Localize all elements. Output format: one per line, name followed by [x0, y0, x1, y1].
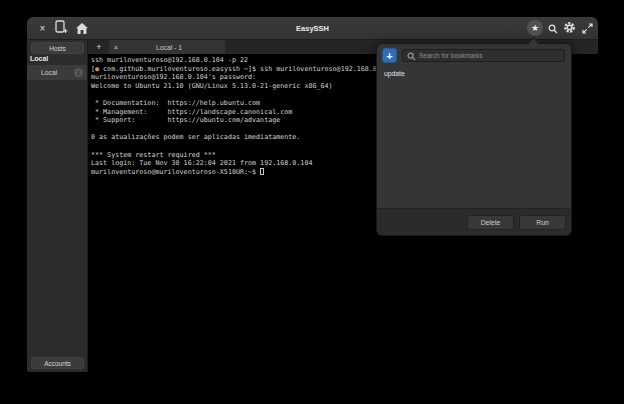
- bookmark-item[interactable]: update: [377, 67, 571, 81]
- settings-button[interactable]: [562, 21, 577, 36]
- screen-background: × EasySSH ★: [0, 0, 624, 404]
- add-bookmark-button[interactable]: +: [382, 48, 397, 63]
- window-title: EasySSH: [27, 17, 598, 40]
- bookmark-search-input[interactable]: [419, 52, 564, 59]
- bookmark-list: update: [377, 67, 571, 208]
- terminal-cursor: [260, 168, 264, 175]
- search-icon: [407, 47, 416, 65]
- fullscreen-button[interactable]: [580, 21, 595, 36]
- easyssh-window: × EasySSH ★: [27, 17, 598, 372]
- tab-label: Local - 1: [123, 44, 215, 51]
- header-bar: × EasySSH ★: [27, 17, 598, 40]
- bookmarks-star-icon: ★: [531, 23, 539, 33]
- bookmarks-button[interactable]: ★: [527, 20, 543, 36]
- search-icon: [548, 20, 558, 38]
- connection-count-badge: 1: [74, 68, 83, 77]
- bookmark-search-field: [402, 49, 565, 62]
- tab-local-1[interactable]: × Local - 1: [109, 40, 225, 54]
- bookmarks-popover: + update Delete Run: [376, 43, 572, 236]
- expand-icon: [582, 20, 593, 38]
- gear-icon: [563, 20, 576, 38]
- close-tab-icon[interactable]: ×: [109, 44, 123, 51]
- search-button[interactable]: [545, 21, 560, 36]
- host-item-label: Local: [41, 69, 57, 76]
- delete-bookmark-button[interactable]: Delete: [467, 215, 514, 230]
- host-group-label: Local: [30, 55, 48, 62]
- new-tab-button[interactable]: +: [93, 41, 105, 53]
- accounts-button[interactable]: Accounts: [31, 357, 84, 369]
- hosts-button[interactable]: Hosts: [31, 42, 84, 54]
- sidebar-item-local[interactable]: Local 1: [27, 65, 87, 80]
- popover-footer: Delete Run: [377, 208, 571, 235]
- run-bookmark-button[interactable]: Run: [519, 215, 566, 230]
- hosts-sidebar: Hosts Local Local 1 Accounts: [27, 40, 88, 372]
